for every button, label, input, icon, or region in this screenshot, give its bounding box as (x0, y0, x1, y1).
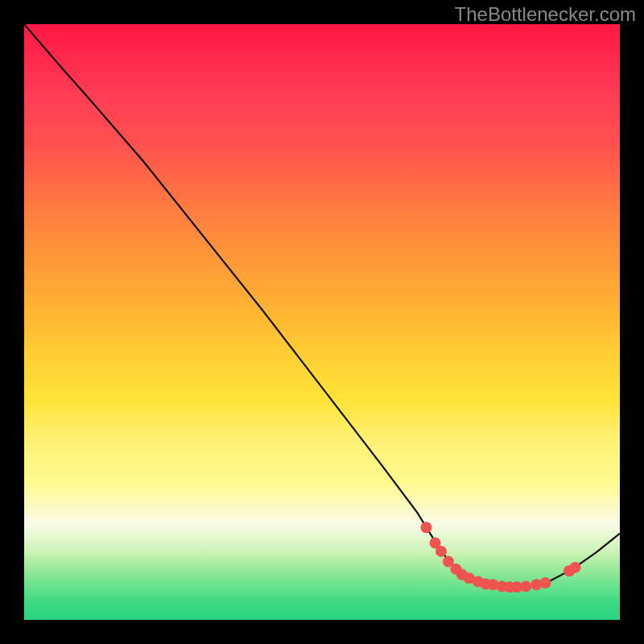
data-dot (540, 577, 551, 588)
data-dot (564, 565, 575, 576)
data-dot (504, 581, 515, 592)
attribution-label: TheBottlenecker.com (455, 3, 636, 26)
data-dot (451, 564, 462, 575)
data-dot (443, 556, 454, 568)
data-dot (421, 522, 432, 533)
data-dot (497, 581, 508, 592)
data-dot (511, 581, 522, 592)
chart-svg (24, 24, 620, 620)
data-dot (520, 581, 531, 592)
chart-plot-area (24, 24, 620, 620)
data-dot (481, 579, 492, 590)
bottleneck-curve (24, 24, 620, 587)
data-dot (530, 579, 542, 590)
dots-group (421, 522, 581, 592)
data-dot (487, 579, 498, 590)
data-dot (436, 546, 447, 557)
data-dot (464, 572, 475, 584)
data-dot (456, 569, 468, 580)
data-dot (430, 538, 441, 549)
data-dot (473, 576, 484, 588)
data-dot (570, 562, 581, 573)
